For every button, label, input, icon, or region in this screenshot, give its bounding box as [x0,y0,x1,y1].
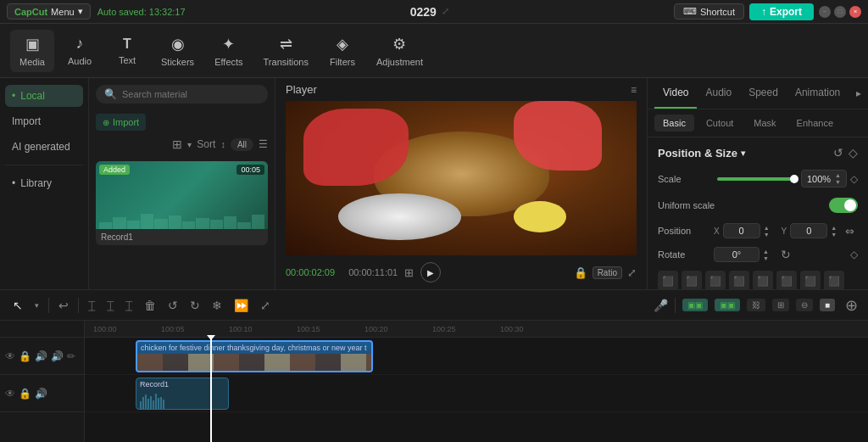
tl-btn-2[interactable]: ▣▣ [715,299,740,311]
rotate-input[interactable] [714,247,760,262]
sort-label[interactable]: Sort [197,138,215,150]
sidebar-item-local[interactable]: • Local [5,85,83,107]
track-edit-icon[interactable]: ✏ [67,350,75,362]
minimize-button[interactable]: − [819,6,831,18]
tl-btn-3[interactable]: ⛓ [747,299,765,311]
scale-up-btn[interactable]: ▲ [835,172,841,178]
subtab-enhance[interactable]: Enhance [788,115,842,131]
playhead[interactable] [210,338,212,442]
reset-icon[interactable]: ↺ [833,146,843,159]
freeze-tool[interactable]: ❄ [209,297,225,314]
tab-animation[interactable]: Animation [787,78,849,109]
lock-icon[interactable]: 🔒 [574,266,587,279]
audio-clip[interactable]: Record1 [136,378,229,410]
subtab-basic[interactable]: Basic [654,115,694,131]
transform-tool[interactable]: ⤢ [258,297,273,314]
more-tabs-icon[interactable]: ▸ [856,87,861,99]
rotate-up-btn[interactable]: ▲ [763,249,769,255]
align-htile-btn[interactable]: ⬛ [800,271,821,289]
position-link-icon[interactable]: ⇔ [845,225,854,238]
add-track-icon[interactable]: ⊕ [845,296,858,315]
player-menu-icon[interactable]: ≡ [631,84,637,96]
y-down-btn[interactable]: ▼ [831,232,837,238]
tl-btn-4[interactable]: ⊞ [772,299,789,311]
tool-media[interactable]: ▣ Media [10,30,54,72]
grid-view-icon[interactable]: ⊞ [172,137,182,151]
tool-transitions[interactable]: ⇌ Transitions [255,30,317,72]
rotate-down-btn[interactable]: ▼ [763,255,769,261]
video-clip[interactable]: chicken for festive dinner thanksgiving … [136,340,373,372]
delete-tool[interactable]: 🗑 [142,297,159,314]
tool-adjustment[interactable]: ⚙ Adjustment [368,30,431,72]
tl-active-clip[interactable]: ■ [820,299,835,311]
subtab-mask[interactable]: Mask [745,115,784,131]
maximize-button[interactable]: □ [834,6,846,18]
align-vtile-btn[interactable]: ⬛ [824,271,844,289]
split-tool-1[interactable]: ⌶ [86,297,97,314]
speed-tool[interactable]: ⏩ [231,297,251,314]
cursor-tool[interactable]: ↖ [10,297,25,314]
redo-tool[interactable]: ↻ [187,297,203,314]
align-vcenter-btn[interactable]: ⬛ [753,271,773,289]
sidebar-item-library[interactable]: • Library [5,172,83,194]
tool-effects[interactable]: ✦ Effects [206,30,251,72]
uniform-scale-toggle[interactable] [829,198,858,213]
x-down-btn[interactable]: ▼ [764,232,770,238]
tl-btn-1[interactable]: ▣▣ [682,299,708,311]
search-input[interactable] [122,89,259,99]
media-item-record1[interactable]: Added 00:05 [96,161,268,245]
loop-tool[interactable]: ↺ [165,297,181,314]
tab-speed[interactable]: Speed [740,78,787,109]
y-up-btn[interactable]: ▲ [831,225,837,231]
track-audio-icon[interactable]: 🔊 [35,350,47,362]
play-button[interactable]: ▶ [420,262,441,283]
align-left-btn[interactable]: ⬛ [658,271,678,289]
align-bottom-btn[interactable]: ⬛ [776,271,797,289]
shortcut-button[interactable]: ⌨ Shortcut [674,3,744,20]
track-lock-icon[interactable]: 🔒 [19,350,31,362]
tab-video[interactable]: Video [654,78,697,109]
subtab-cutout[interactable]: Cutout [698,115,742,131]
rotate-action-icon[interactable]: ↻ [781,248,791,261]
scale-value[interactable]: 100% ▲ ▼ [801,170,847,187]
audio-eye-icon[interactable]: 👁 [5,388,15,400]
tool-stickers[interactable]: ◉ Stickers [153,30,203,72]
tool-text[interactable]: T Text [105,31,149,70]
dropdown-arrow[interactable]: ▾ [32,299,42,311]
tl-btn-5[interactable]: ⊖ [796,299,813,311]
position-y-input[interactable] [790,223,827,238]
align-top-btn[interactable]: ⬛ [729,271,749,289]
scale-slider[interactable] [717,177,794,181]
fullscreen-icon[interactable]: ⤢ [627,266,637,279]
scale-slider-thumb[interactable] [790,175,798,183]
align-hcenter-btn[interactable]: ⬛ [682,271,702,289]
logo-menu-button[interactable]: CapCut Menu ▾ [7,3,91,20]
rotate-keyframe-icon[interactable]: ◇ [850,249,858,260]
split-tool-3[interactable]: ⌶ [123,297,135,314]
sidebar-item-import[interactable]: Import [5,110,83,132]
tool-audio[interactable]: ♪ Audio [58,30,102,71]
audio-lock-icon[interactable]: 🔒 [19,388,31,400]
close-button[interactable]: × [849,6,861,18]
grid-chevron-icon[interactable]: ▾ [187,140,192,149]
tab-import[interactable]: ⊕ Import [96,114,146,131]
scale-keyframe-icon[interactable]: ◇ [850,173,858,185]
all-filter-tag[interactable]: All [231,138,253,151]
export-button[interactable]: ↑ Export [749,3,814,20]
collapse-icon[interactable]: ▾ [741,148,745,158]
keyframe-icon[interactable]: ◇ [849,146,858,159]
tab-audio[interactable]: Audio [697,78,740,109]
search-input-wrap[interactable]: 🔍 [96,85,268,104]
ratio-button[interactable]: Ratio [593,266,622,279]
tool-filters[interactable]: ◈ Filters [320,30,364,72]
scale-down-btn[interactable]: ▼ [835,179,841,185]
sidebar-item-ai-generated[interactable]: AI generated [5,136,83,158]
filter-icon[interactable]: ☰ [259,138,268,150]
align-right-btn[interactable]: ⬛ [705,271,726,289]
x-up-btn[interactable]: ▲ [764,225,770,231]
split-tool-2[interactable]: ⌶ [104,297,116,314]
undo-tool[interactable]: ↩ [56,297,71,314]
audio-vol-icon[interactable]: 🔊 [35,388,47,400]
track-mute-icon[interactable]: 🔊 [51,350,64,362]
scale-stepper[interactable]: ▲ ▼ [835,172,841,185]
